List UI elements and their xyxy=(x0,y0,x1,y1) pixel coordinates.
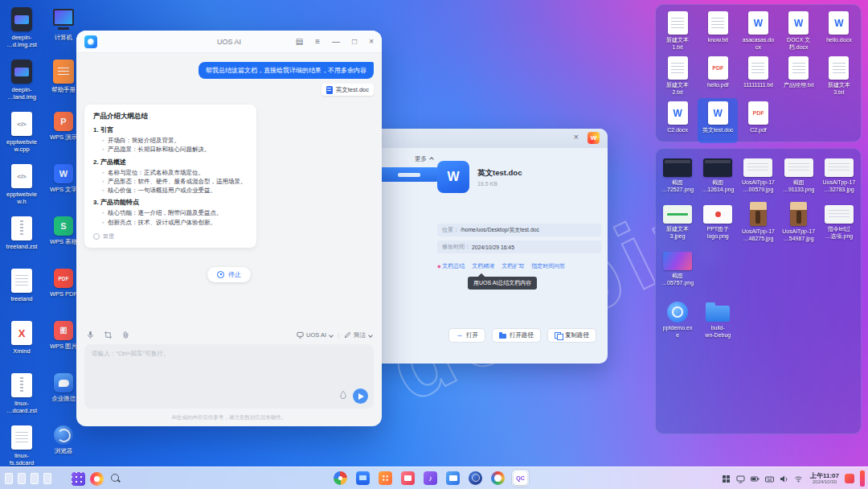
ai-action-link[interactable]: 文档精读 xyxy=(472,262,494,270)
file-item[interactable]: DOCX 文 档.docx xyxy=(779,8,819,53)
desktop-icon-item[interactable]: deepin- …d.img.zst xyxy=(1,3,43,55)
file-item[interactable]: 11111111.txt xyxy=(738,53,778,98)
summarize-button[interactable] xyxy=(379,167,439,182)
titlebar[interactable]: UOS AI ▤ ≡ — □ × xyxy=(76,31,382,53)
dock-file-manager-icon[interactable] xyxy=(354,470,371,487)
file-item[interactable]: hello.pdf xyxy=(698,53,738,98)
dialog-action-button[interactable]: 打开路径 xyxy=(492,328,541,343)
desktop-icon-item[interactable]: epptwebvie w.h xyxy=(1,160,43,212)
tray-battery-icon[interactable] xyxy=(751,475,760,483)
file-type-icon xyxy=(788,11,809,35)
dock-album-icon[interactable] xyxy=(399,470,416,487)
file-item[interactable]: asacasas.do cx xyxy=(738,8,778,53)
dock-music-icon[interactable] xyxy=(422,470,439,487)
tray-network-icon[interactable] xyxy=(794,475,803,483)
voice-input-icon[interactable] xyxy=(86,331,95,339)
file-item[interactable]: hello.docx xyxy=(819,8,859,53)
menu-icon[interactable]: ≡ xyxy=(315,37,320,46)
file-item[interactable]: 截图 …72527.png xyxy=(657,152,698,199)
screenshot-question-icon[interactable] xyxy=(104,331,113,339)
chevron-up-icon xyxy=(429,157,434,162)
uos-ai-dock-icon[interactable] xyxy=(90,472,104,486)
tray-capture-icon[interactable] xyxy=(845,474,854,483)
model-source-label: 百度 xyxy=(103,232,114,240)
file-item[interactable]: UosAiTpp-17 …54987.jpg xyxy=(779,199,819,245)
show-desktop-strip[interactable] xyxy=(860,471,865,487)
clock[interactable]: 上午11:07 2024/10/30 xyxy=(810,472,839,486)
file-thumbnail-icon xyxy=(703,158,732,177)
file-item[interactable]: 截图 …05757.png xyxy=(657,245,698,292)
file-item[interactable]: 新建文本 3.jpeg xyxy=(657,199,698,245)
attachment-icon[interactable] xyxy=(121,331,130,339)
desktop-icon-item[interactable]: Xmind xyxy=(1,317,43,369)
dialog-action-button[interactable]: 打开 xyxy=(448,328,485,343)
file-label: UosAiTpp-17 …48275.jpg xyxy=(742,228,775,243)
file-item[interactable]: 产品经理.txt xyxy=(779,53,819,98)
dock-control-center-icon[interactable] xyxy=(489,470,506,487)
file-item[interactable]: build- wn-Debug xyxy=(698,298,738,345)
tray-display-icon[interactable] xyxy=(736,475,745,483)
desktop-icon-item[interactable]: epptwebvie w.cpp xyxy=(1,108,43,160)
file-item[interactable]: UosAiTpp-17 …48275.jpg xyxy=(738,199,778,245)
dialog-action-button[interactable]: 复制路径 xyxy=(547,328,596,343)
maximize-icon[interactable]: □ xyxy=(352,37,357,46)
window-preview[interactable] xyxy=(18,473,26,484)
desktop-icon-item[interactable]: treeland xyxy=(1,265,43,317)
attachment-chip[interactable]: 英文test.doc xyxy=(321,84,374,96)
file-item[interactable]: 截图 …91133.png xyxy=(779,152,819,199)
more-button[interactable]: 更多 xyxy=(415,155,433,163)
button-label: 打开 xyxy=(466,331,478,339)
message-input[interactable] xyxy=(84,344,374,409)
dock-app-store-icon[interactable] xyxy=(332,470,349,487)
ai-action-link[interactable]: 文档扩写 xyxy=(502,262,524,270)
dock-app-center-icon[interactable] xyxy=(377,470,394,487)
window-preview[interactable] xyxy=(31,473,39,484)
dock-browser-icon[interactable] xyxy=(467,470,484,487)
tray-volume-icon[interactable] xyxy=(780,475,788,483)
file-label: deepin- …land.img xyxy=(7,86,36,101)
desktop-icon-item[interactable]: treeland.zst xyxy=(1,212,43,265)
file-item[interactable]: C2.docx xyxy=(657,98,698,143)
sessions-icon[interactable]: ▤ xyxy=(296,37,303,46)
file-item[interactable]: 新建文本 3.txt xyxy=(819,53,859,98)
minimize-icon[interactable]: — xyxy=(332,37,340,46)
model-selector[interactable]: UOS AI xyxy=(297,331,333,339)
file-type-icon xyxy=(11,112,32,136)
dock-mail-icon[interactable] xyxy=(444,470,461,487)
window-preview[interactable] xyxy=(5,473,13,484)
search-icon[interactable] xyxy=(111,474,121,483)
file-thumbnail-icon xyxy=(825,205,854,224)
file-item[interactable]: 英文test.doc xyxy=(698,98,738,143)
file-item[interactable]: UosAiTpp-17 …00579.jpg xyxy=(738,152,778,199)
ai-action-link[interactable]: 文档总结 xyxy=(437,262,465,270)
file-label: treeland.zst xyxy=(6,243,38,250)
file-item[interactable]: 截图 …12614.png xyxy=(698,152,738,199)
dock-qc-app-icon[interactable] xyxy=(512,470,529,487)
file-label: epptwebvie w.h xyxy=(6,191,37,206)
launcher-button[interactable] xyxy=(72,472,85,486)
reply-bullet: 核心功能：逐一介绍，附带问题及受益点。 xyxy=(102,208,248,217)
tray-menu-icon[interactable] xyxy=(722,475,731,483)
style-selector[interactable]: 简洁 xyxy=(344,331,372,339)
close-icon[interactable]: × xyxy=(369,37,374,46)
file-item[interactable]: know.txt xyxy=(698,8,738,53)
file-item[interactable]: C2.pdf xyxy=(738,98,778,143)
file-type-icon xyxy=(788,56,809,80)
dialog-close-icon[interactable]: × xyxy=(574,132,579,142)
ai-action-link[interactable]: 指定时间问答 xyxy=(531,262,565,270)
send-button[interactable] xyxy=(353,388,368,404)
file-item[interactable]: PPT图子 logo.png xyxy=(698,199,738,245)
file-item[interactable]: UosAiTpp-17 …32783.jpg xyxy=(819,152,859,199)
water-drop-icon[interactable] xyxy=(338,388,348,403)
window-preview[interactable] xyxy=(43,473,51,484)
file-item[interactable]: 新建文本 1.txt xyxy=(657,8,698,53)
file-item[interactable]: 指令let过 …选项.png xyxy=(819,199,859,245)
date: 2024/10/30 xyxy=(810,479,839,485)
desktop-icon-item[interactable]: deepin- …land.img xyxy=(1,55,43,108)
stop-button[interactable]: 停止 xyxy=(207,267,251,282)
file-item[interactable]: 新建文本 2.txt xyxy=(657,53,698,98)
desktop-icon-item[interactable]: linux- …dcard.zst xyxy=(1,369,43,421)
file-label: know.txt xyxy=(708,37,728,44)
tray-keyboard-icon[interactable] xyxy=(765,475,774,483)
file-item[interactable]: pptdemo.ex e xyxy=(657,298,698,345)
